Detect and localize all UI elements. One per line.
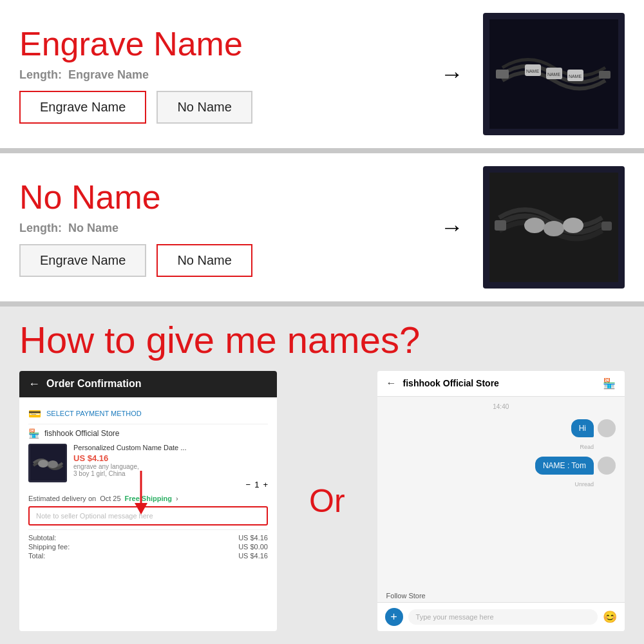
shipping-fee-row: Shipping fee: US $0.00 [28, 543, 268, 551]
section2-length-label: Length: No Name [19, 222, 421, 235]
unread-status: Unread [386, 481, 594, 488]
length-value2: No Name [68, 222, 118, 234]
no-name-button[interactable]: No Name [156, 91, 252, 124]
subtotal-row: Subtotal: US $4.16 [28, 534, 268, 542]
length-prefix: Length: [19, 68, 62, 81]
total-value: US $4.16 [238, 552, 268, 560]
section-no-name: No Name Length: No Name Engrave Name No … [0, 153, 644, 301]
total-row: Total: US $4.16 [28, 552, 268, 560]
divider-2 [28, 529, 268, 530]
qty-plus[interactable]: + [263, 480, 268, 489]
chat-msg-name: NAME : Tom [386, 457, 616, 475]
no-name-button-selected[interactable]: No Name [156, 244, 252, 277]
payment-label[interactable]: SELECT PAYMENT METHOD [46, 410, 142, 417]
subtotal-label: Subtotal: [28, 534, 56, 542]
svg-rect-8 [599, 71, 611, 79]
svg-text:NAME: NAME [569, 74, 582, 79]
svg-text:NAME: NAME [526, 69, 540, 73]
svg-point-10 [524, 218, 545, 233]
bracelet-image-2 [483, 166, 625, 289]
qty-row: − 1 + [73, 480, 268, 489]
section2-button-row: Engrave Name No Name [19, 244, 421, 277]
divider-1 [28, 424, 268, 424]
order-body: 💳 SELECT PAYMENT METHOD 🏪 fishhook Offic… [19, 397, 277, 567]
engrave-name-button-selected[interactable]: Engrave Name [19, 91, 146, 124]
svg-text:NAME: NAME [547, 72, 561, 77]
section1-title: Engrave Name [19, 24, 421, 63]
product-price: US $4.16 [73, 453, 268, 463]
main-container: Engrave Name Length: Engrave Name Engrav… [0, 0, 644, 644]
chat-body: 14:40 Hi Read NAME : Tom Unread [377, 397, 625, 592]
section1-left: Engrave Name Length: Engrave Name Engrav… [19, 24, 421, 124]
section-engrave-name: Engrave Name Length: Engrave Name Engrav… [0, 0, 644, 148]
product-thumbnail [28, 444, 67, 482]
section1-length-label: Length: Engrave Name [19, 68, 421, 82]
chat-header: ← fishhook Official Store 🏪 [377, 371, 625, 397]
section3-title: How to give me names? [19, 319, 625, 361]
red-down-arrow-svg [131, 471, 151, 516]
store-name: fishhook Official Store [44, 429, 120, 438]
shipping-fee-label: Shipping fee: [28, 543, 70, 551]
bracelet-svg-2 [489, 173, 618, 282]
product-thumb-svg [30, 445, 66, 480]
total-label: Total: [28, 552, 45, 560]
length-prefix2: Length: [19, 222, 62, 234]
section-how-to: How to give me names? ← Order Confirmati… [0, 307, 644, 644]
follow-store-label: Follow Store [377, 592, 625, 600]
delivery-arrow: › [176, 495, 178, 502]
note-section: Note to seller Optional message here [28, 506, 268, 526]
section2-left: No Name Length: No Name Engrave Name No … [19, 178, 421, 277]
bracelet-image-1: NAME NAME NAME [483, 13, 625, 135]
shipping-fee-value: US $0.00 [238, 543, 268, 551]
product-sub2: 3 boy 1 girl, China [73, 470, 268, 477]
svg-point-12 [563, 218, 583, 233]
emoji-button[interactable]: 😊 [603, 610, 617, 624]
chat-back-arrow[interactable]: ← [386, 377, 397, 389]
svg-rect-13 [495, 220, 506, 231]
chat-bubble-hi: Hi [571, 419, 594, 437]
order-title: Order Confirmation [46, 378, 142, 390]
engrave-name-button[interactable]: Engrave Name [19, 244, 146, 277]
chat-footer: + Type your message here 😊 [377, 602, 625, 631]
chat-avatar-2 [598, 457, 616, 475]
svg-point-11 [544, 221, 564, 236]
chat-bubble-name: NAME : Tom [535, 457, 594, 475]
product-info: Personalized Custom Name Date ... US $4.… [73, 444, 268, 489]
store-icon: 🏪 [28, 428, 39, 439]
read-status: Read [386, 444, 594, 450]
chat-mockup: ← fishhook Official Store 🏪 14:40 Hi Rea… [377, 371, 625, 631]
qty-minus[interactable]: − [246, 480, 251, 489]
svg-point-17 [48, 460, 58, 468]
chat-time: 14:40 [386, 403, 616, 410]
bracelet-svg-1: NAME NAME NAME [489, 19, 618, 129]
subtotal-value: US $4.16 [238, 534, 268, 542]
chat-avatar-1 [598, 419, 616, 437]
section2-title: No Name [19, 178, 421, 216]
add-attachment-button[interactable]: + [385, 608, 403, 626]
or-text: Or [290, 371, 365, 631]
section1-button-row: Engrave Name No Name [19, 91, 421, 124]
length-value: Engrave Name [68, 68, 149, 81]
store-row: 🏪 fishhook Official Store [28, 428, 268, 439]
arrow-right-2: → [440, 214, 464, 241]
order-header: ← Order Confirmation [19, 371, 277, 397]
order-back-arrow[interactable]: ← [28, 377, 40, 391]
order-mockup: ← Order Confirmation 💳 SELECT PAYMENT ME… [19, 371, 277, 631]
payment-method-row: 💳 SELECT PAYMENT METHOD [28, 408, 268, 420]
delivery-date: Oct 25 [100, 495, 120, 502]
svg-rect-14 [601, 222, 612, 231]
chat-input[interactable]: Type your message here [408, 609, 598, 625]
arrow-right-1: → [440, 61, 464, 88]
chat-store-name: fishhook Official Store [403, 378, 596, 388]
section3-content: ← Order Confirmation 💳 SELECT PAYMENT ME… [19, 371, 625, 631]
delivery-label: Estimated delivery on [28, 495, 96, 502]
payment-icon: 💳 [28, 408, 41, 420]
svg-marker-19 [135, 503, 147, 515]
svg-rect-7 [496, 70, 509, 79]
chat-store-icon: 🏪 [603, 377, 616, 390]
qty-value: 1 [254, 480, 259, 489]
product-sub1: engrave any language, [73, 463, 268, 470]
svg-point-16 [38, 460, 48, 468]
totals: Subtotal: US $4.16 Shipping fee: US $0.0… [28, 534, 268, 560]
product-name: Personalized Custom Name Date ... [73, 444, 268, 451]
